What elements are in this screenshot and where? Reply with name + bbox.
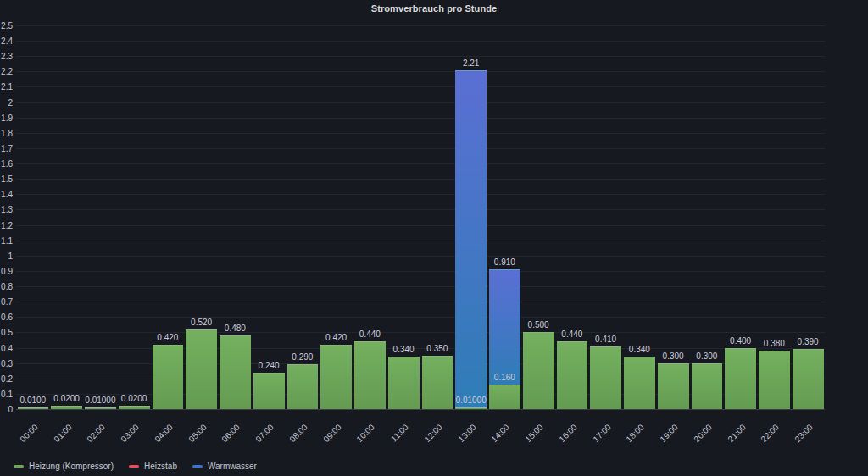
bar-segment-green (153, 345, 184, 409)
bar-stack-boundary-label: 0.160 (494, 373, 515, 382)
legend-item-heizung-kompressor[interactable]: Heizung (Kompressor) (14, 462, 114, 471)
legend-item-warmwasser[interactable]: Warmwasser (192, 462, 257, 471)
x-axis-tick-label: 07:00 (254, 423, 275, 444)
bar-08:00[interactable] (287, 25, 319, 409)
bar-segment-green (18, 407, 49, 409)
bar-16:00[interactable] (557, 25, 588, 409)
bar-05:00[interactable] (186, 25, 217, 409)
bar-23:00[interactable] (793, 25, 824, 409)
chart-legend: Heizung (Kompressor)HeizstabWarmwasser (14, 462, 257, 471)
bar-value-label: 2.21 (463, 58, 479, 68)
bar-segment-green (354, 341, 386, 409)
legend-series-swatch (129, 465, 139, 468)
bar-segment-green (523, 332, 554, 409)
bar-segment-green (455, 407, 487, 409)
x-axis-tick-label: 08:00 (287, 423, 309, 444)
y-axis-tick-label: 0.6 (0, 313, 13, 322)
bar-segment-green (253, 373, 285, 409)
x-axis-tick-label: 04:00 (153, 423, 174, 444)
bar-07:00[interactable] (253, 25, 285, 409)
y-axis-tick-label: 0.8 (0, 282, 13, 291)
bar-value-label: 0.300 (663, 351, 684, 361)
x-axis-tick-label: 20:00 (692, 423, 713, 444)
x-axis-tick-label: 03:00 (120, 423, 141, 444)
x-axis-tick-label: 23:00 (793, 423, 815, 444)
x-axis-tick-label: 14:00 (490, 423, 511, 444)
x-axis-tick-label: 11:00 (389, 423, 410, 444)
bar-value-label: 0.0100 (20, 396, 47, 405)
x-axis-tick-label: 01:00 (52, 423, 73, 444)
y-axis-tick-label: 1.2 (0, 220, 13, 230)
y-axis-tick-label: 2.1 (0, 82, 13, 91)
bar-value-label: 0.410 (595, 335, 616, 344)
bar-value-label: 0.440 (561, 329, 582, 339)
x-axis-tick-label: 13:00 (456, 423, 477, 444)
bar-15:00[interactable] (523, 25, 554, 409)
bar-segment-green (793, 349, 824, 409)
y-axis-tick-label: 1 (0, 251, 13, 260)
bar-segment-green (624, 357, 655, 409)
bar-04:00[interactable] (153, 25, 184, 409)
bar-09:00[interactable] (320, 25, 352, 409)
bar-value-label: 0.350 (426, 344, 448, 353)
y-axis-tick-label: 1.7 (0, 143, 13, 152)
y-axis-tick-label: 1.8 (0, 128, 13, 137)
bar-value-label: 0.440 (359, 329, 381, 339)
bar-14:00[interactable] (489, 25, 520, 409)
legend-series-swatch (14, 465, 24, 468)
bar-01:00[interactable] (51, 25, 82, 409)
x-axis-tick-label: 10:00 (355, 423, 376, 444)
x-axis-tick-label: 21:00 (726, 423, 747, 444)
bar-value-label: 0.520 (191, 318, 212, 327)
bar-segment-green (287, 364, 319, 409)
x-axis-tick-label: 00:00 (18, 423, 39, 444)
bar-value-label: 0.500 (528, 320, 549, 329)
chart-plot-area[interactable]: 00.10.20.30.40.50.60.70.80.911.11.21.31.… (16, 25, 825, 409)
bar-segment-green (422, 356, 453, 409)
bar-segment-green (725, 348, 756, 409)
y-axis-tick-label: 1.4 (0, 190, 13, 199)
bar-segment-green (388, 357, 420, 409)
y-axis-tick-label: 1.3 (0, 205, 13, 214)
bar-value-label: 0.290 (292, 352, 313, 362)
bar-segment-green (85, 407, 116, 409)
y-axis-tick-label: 2.3 (0, 52, 13, 61)
legend-series-label: Warmwasser (208, 462, 257, 471)
bar-value-label: 0.0200 (121, 394, 147, 403)
y-axis-tick-label: 0.5 (0, 328, 13, 337)
legend-series-swatch (192, 465, 203, 468)
y-axis-tick-label: 0.7 (0, 297, 13, 307)
y-axis-tick-label: 0.1 (0, 389, 13, 398)
y-axis-tick-label: 0.4 (0, 343, 13, 352)
bar-06:00[interactable] (220, 25, 251, 409)
bar-segment-green (658, 363, 689, 409)
x-axis-tick-label: 06:00 (220, 423, 242, 444)
bar-00:00[interactable] (18, 25, 49, 409)
bar-22:00[interactable] (759, 25, 790, 409)
y-axis-tick-label: 1.9 (0, 113, 13, 122)
bar-value-label: 0.480 (225, 324, 246, 333)
bar-value-label: 0.390 (798, 337, 819, 346)
x-axis-tick-label: 05:00 (186, 423, 208, 444)
bar-10:00[interactable] (354, 25, 386, 409)
x-axis-tick-label: 02:00 (86, 423, 107, 444)
y-axis-tick-label: 2.5 (0, 21, 13, 30)
bar-02:00[interactable] (85, 25, 116, 409)
y-axis-tick-label: 0 (0, 405, 13, 414)
bar-stack-boundary-label: 0.01000 (456, 396, 487, 405)
bar-value-label: 0.01000 (85, 396, 115, 405)
bar-segment-green (220, 335, 251, 409)
x-axis-tick-label: 16:00 (557, 423, 578, 444)
bar-segment-green (186, 329, 217, 409)
bar-17:00[interactable] (590, 25, 621, 409)
bar-21:00[interactable] (725, 25, 756, 409)
bar-segment-green (119, 406, 150, 409)
legend-item-heizstab[interactable]: Heizstab (129, 462, 177, 471)
bar-03:00[interactable] (119, 25, 150, 409)
bar-segment-green (692, 363, 723, 409)
y-axis-tick-label: 2 (0, 97, 13, 107)
x-axis-tick-label: 12:00 (422, 423, 443, 444)
bar-13:00[interactable] (455, 25, 487, 409)
bar-value-label: 0.910 (494, 257, 515, 267)
bar-segment-green (759, 351, 790, 409)
